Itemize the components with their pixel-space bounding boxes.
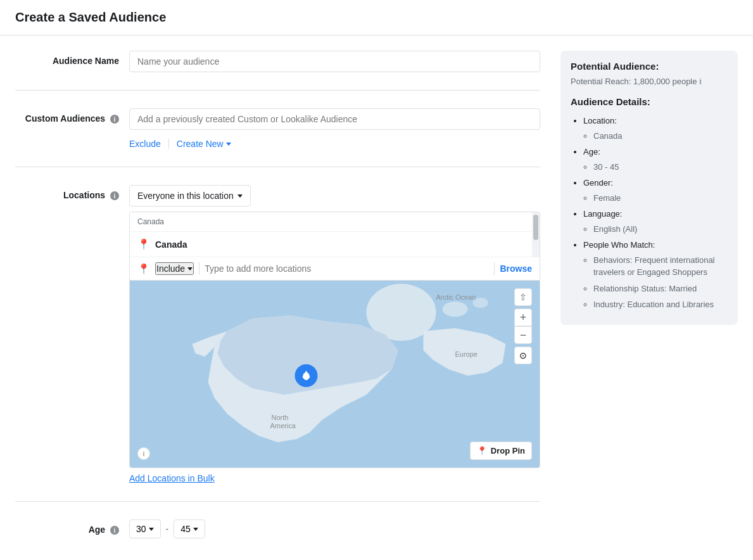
audience-name-input[interactable]	[129, 51, 540, 72]
create-new-button[interactable]: Create New	[177, 139, 231, 149]
audience-name-content	[129, 51, 540, 72]
svg-text:America: America	[270, 422, 296, 430]
include-label: Include	[156, 264, 185, 274]
map-scroll-up-button[interactable]: ⇧	[514, 288, 532, 306]
detail-behaviors: Behaviors: Frequent international travel…	[593, 254, 728, 279]
age-to-dropdown[interactable]: 45	[174, 519, 205, 538]
detail-people-match: People Who Match: Behaviors: Frequent in…	[583, 239, 728, 311]
potential-audience-card: Potential Audience: Potential Reach: 1,8…	[560, 51, 738, 325]
include-chevron-icon	[187, 267, 193, 270]
location-type-label: Everyone in this location	[137, 191, 234, 201]
custom-audiences-content: Exclude Create New	[129, 108, 540, 149]
locations-info-icon[interactable]: i	[110, 191, 119, 200]
potential-reach-text: Potential Reach: 1,800,000 people	[571, 77, 697, 86]
location-name-canada: Canada	[155, 239, 187, 250]
locations-content: Everyone in this location Canada 📍 Canad…	[129, 185, 540, 483]
location-box: Canada 📍 Canada	[129, 212, 540, 468]
detail-gender-female: Female	[593, 192, 728, 205]
location-pin-icon: 📍	[137, 238, 150, 250]
location-list: Canada 📍 Canada	[130, 212, 540, 257]
detail-age-range: 30 - 45	[593, 161, 728, 174]
detail-people-match-sub: Behaviors: Frequent international travel…	[583, 254, 728, 311]
svg-point-4	[443, 302, 468, 317]
locations-label: Locations i	[15, 185, 129, 200]
map-zoom-in-button[interactable]: +	[514, 309, 532, 326]
age-to-chevron-icon	[193, 528, 198, 531]
detail-industry: Industry: Education and Libraries	[593, 298, 728, 311]
detail-gender-sub: Female	[583, 192, 728, 205]
form-section: Audience Name Custom Audiences i Exclude…	[15, 51, 540, 560]
location-search-bar: 📍 Include Browse	[130, 257, 540, 281]
custom-audiences-row: Custom Audiences i Exclude Create New	[15, 108, 540, 167]
age-row: Age i 30 - 45	[15, 519, 540, 556]
actions-divider	[168, 139, 169, 149]
drop-pin-icon: 📍	[477, 446, 487, 455]
drop-pin-label: Drop Pin	[491, 446, 525, 455]
audience-actions: Exclude Create New	[129, 139, 540, 149]
create-new-label: Create New	[177, 139, 224, 149]
browse-button[interactable]: Browse	[500, 264, 532, 274]
svg-text:North: North	[272, 414, 289, 421]
map-zoom-out-button[interactable]: −	[514, 326, 532, 344]
map-zoom-controls: + −	[514, 309, 532, 344]
age-from-dropdown[interactable]: 30	[129, 519, 161, 538]
scrollbar-thumb	[533, 215, 538, 240]
location-item-canada: 📍 Canada	[130, 232, 540, 257]
location-type-dropdown[interactable]: Everyone in this location	[129, 185, 251, 207]
audience-details-list: Location: Canada Age: 30 - 45 Gender: Fe…	[571, 115, 728, 311]
map-info-button[interactable]: i	[137, 447, 150, 460]
detail-location: Location: Canada	[583, 115, 728, 142]
search-divider	[199, 262, 199, 275]
create-new-chevron-icon	[226, 143, 231, 146]
page-header: Create a Saved Audience	[0, 0, 753, 35]
location-list-header: Canada	[130, 212, 540, 232]
map-controls: ⇧ + − ⊙	[514, 288, 532, 364]
audience-name-label: Audience Name	[15, 51, 129, 66]
age-separator: -	[166, 524, 169, 534]
svg-text:Arctic Ocean: Arctic Ocean	[436, 293, 476, 301]
age-label: Age i	[15, 519, 129, 535]
location-type-input[interactable]	[205, 264, 489, 274]
custom-audiences-info-icon[interactable]: i	[110, 115, 119, 124]
detail-age: Age: 30 - 45	[583, 146, 728, 173]
add-locations-bulk-link[interactable]: Add Locations in Bulk	[129, 473, 215, 483]
include-pin-icon: 📍	[137, 263, 150, 275]
potential-reach: Potential Reach: 1,800,000 people i	[571, 77, 728, 86]
detail-language-sub: English (All)	[583, 223, 728, 236]
detail-language-english: English (All)	[593, 223, 728, 236]
custom-audience-input[interactable]	[129, 108, 540, 130]
detail-relationship: Relationship Status: Married	[593, 283, 728, 295]
svg-text:Europe: Europe	[455, 350, 478, 358]
age-to-value: 45	[180, 524, 191, 534]
locations-row: Locations i Everyone in this location Ca…	[15, 185, 540, 502]
sidebar: Potential Audience: Potential Reach: 1,8…	[560, 51, 738, 560]
include-dropdown[interactable]: Include	[155, 262, 194, 275]
page-title: Create a Saved Audience	[15, 10, 738, 25]
canada-pin	[295, 364, 318, 387]
audience-name-row: Audience Name	[15, 51, 540, 91]
age-info-icon[interactable]: i	[110, 526, 119, 535]
potential-title: Potential Audience:	[571, 61, 728, 72]
drop-pin-button[interactable]: 📍 Drop Pin	[470, 442, 532, 460]
age-from-value: 30	[136, 524, 146, 534]
age-from-chevron-icon	[149, 528, 154, 531]
map-svg: Arctic Ocean North America Europe	[130, 281, 540, 468]
potential-reach-info-icon[interactable]: i	[700, 77, 702, 86]
location-scrollbar[interactable]	[532, 212, 540, 257]
custom-audiences-label: Custom Audiences i	[15, 108, 129, 124]
audience-details-title: Audience Details:	[571, 96, 728, 107]
map-container: Arctic Ocean North America Europe ⇧ + −	[130, 281, 540, 468]
detail-gender: Gender: Female	[583, 177, 728, 204]
location-type-chevron-icon	[237, 194, 243, 198]
detail-location-canada: Canada	[593, 130, 728, 143]
detail-location-sub: Canada	[583, 130, 728, 143]
detail-age-sub: 30 - 45	[583, 161, 728, 174]
age-content: 30 - 45	[129, 519, 540, 538]
detail-language: Language: English (All)	[583, 208, 728, 235]
exclude-button[interactable]: Exclude	[129, 139, 161, 149]
age-selector: 30 - 45	[129, 519, 540, 538]
map-locate-button[interactable]: ⊙	[514, 347, 532, 364]
browse-divider	[494, 262, 495, 275]
